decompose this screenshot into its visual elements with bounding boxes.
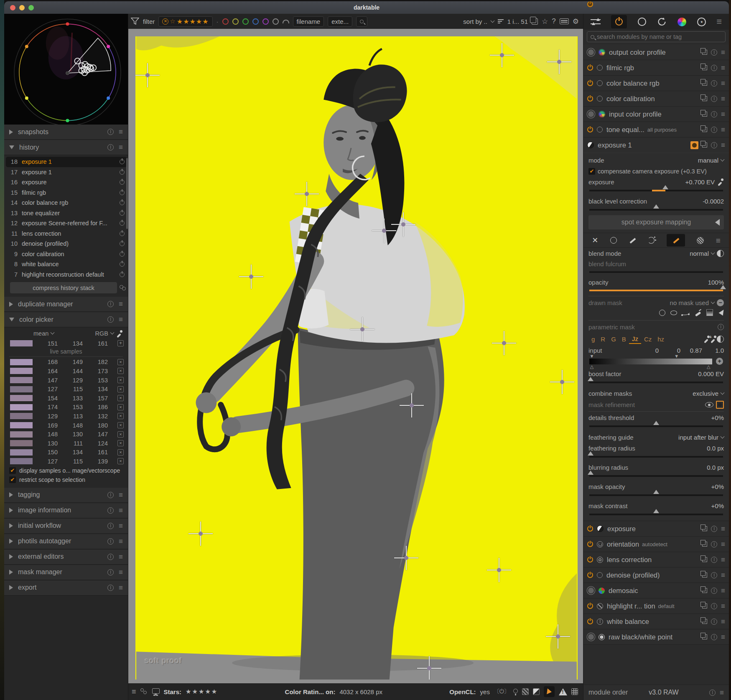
minimize-button[interactable]	[19, 5, 25, 10]
help-icon[interactable]: ?	[552, 17, 555, 25]
color-sample-crosshair[interactable]	[394, 546, 418, 570]
brush-shape-icon[interactable]	[695, 309, 701, 316]
group-color-icon[interactable]	[678, 18, 686, 26]
power-icon[interactable]	[120, 211, 125, 216]
opacity-slider[interactable]	[589, 288, 723, 293]
delete-sample-button[interactable]: ×	[117, 368, 124, 374]
reset-icon[interactable]	[711, 619, 717, 625]
presets-icon[interactable]: ≡	[721, 95, 725, 102]
presets-icon[interactable]: ≡	[119, 507, 123, 514]
blend-parametric-icon[interactable]	[648, 237, 655, 244]
stars-value[interactable]: ★★★★★	[186, 688, 218, 695]
reset-icon[interactable]	[711, 49, 717, 56]
power-icon[interactable]	[587, 526, 593, 532]
mask-active-icon[interactable]	[716, 401, 724, 409]
add-node-icon[interactable]: +	[716, 358, 723, 365]
reset-icon[interactable]	[107, 538, 114, 545]
color-sample-crosshair[interactable]	[492, 331, 516, 355]
power-icon[interactable]	[120, 252, 125, 257]
power-icon[interactable]	[120, 200, 125, 205]
power-icon[interactable]	[120, 159, 125, 164]
module-tone-equalizer[interactable]: tone equal... all purposes ≡	[583, 122, 729, 137]
create-style-icon[interactable]	[120, 285, 126, 291]
group-effects-icon[interactable]: ★	[697, 18, 706, 26]
module-search-input[interactable]	[597, 33, 722, 40]
channel-tab-Jz[interactable]: Jz	[629, 334, 641, 344]
module-color-balance-rgb[interactable]: color balance rgb ≡	[583, 76, 729, 91]
presets-icon[interactable]: ≡	[721, 618, 725, 625]
power-icon[interactable]	[120, 170, 125, 175]
live-sample-row[interactable]: 164144173×	[4, 367, 128, 376]
power-icon[interactable]	[587, 541, 593, 547]
photils-autotagger-header[interactable]: photils autotagger≡	[4, 534, 128, 550]
iso12646-icon[interactable]: 〔⏻〕	[494, 688, 509, 695]
color-label-green-icon[interactable]	[242, 18, 249, 25]
module-orientation[interactable]: orientation autodetect ≡	[583, 537, 729, 552]
star-rating[interactable]: ★★★★★	[177, 18, 209, 25]
live-sample-row[interactable]: 168149182×	[4, 358, 128, 367]
reset-icon[interactable]	[107, 523, 114, 529]
history-item[interactable]: 8white balance	[6, 259, 127, 270]
reset-icon[interactable]	[711, 127, 717, 133]
history-item[interactable]: 17exposure 1	[6, 167, 127, 178]
color-picker-header[interactable]: color picker ≡	[4, 312, 128, 328]
slider-handle[interactable]	[653, 490, 659, 494]
history-item[interactable]: 13tone equalizer	[6, 208, 127, 219]
presets-icon[interactable]: ≡	[119, 522, 123, 529]
presets-icon[interactable]: ≡	[119, 144, 123, 151]
clipping-icon[interactable]	[533, 688, 540, 695]
color-sample-crosshair[interactable]	[239, 265, 263, 289]
presets-icon[interactable]: ≡	[721, 634, 725, 641]
search-filter[interactable]	[356, 16, 367, 27]
history-item[interactable]: 16exposure	[6, 177, 127, 188]
presets-icon[interactable]: ≡	[721, 587, 725, 594]
reset-icon[interactable]	[107, 492, 114, 498]
slider-marker[interactable]: △	[707, 364, 710, 369]
multi-instance-icon[interactable]	[702, 526, 707, 531]
guides-grid-icon[interactable]	[571, 688, 578, 695]
display-samples-checkbox-row[interactable]: ✔ display samples o... mage/vectorscope	[4, 466, 128, 475]
channel-tab-R[interactable]: R	[598, 335, 608, 344]
color-sample-crosshair[interactable]	[295, 182, 319, 206]
checkbox-checked-icon[interactable]: ✔	[9, 476, 16, 483]
delete-sample-button[interactable]: ×	[117, 359, 124, 365]
module-highlight-reconstruction[interactable]: highlight r... tion default ≡	[583, 598, 729, 614]
live-sample-row[interactable]: 147129153×	[4, 376, 128, 385]
history-item[interactable]: 9color calibration	[6, 249, 127, 260]
power-icon[interactable]	[120, 262, 125, 267]
presets-icon[interactable]: ≡	[721, 556, 725, 563]
vectorscope[interactable]	[4, 14, 128, 125]
color-label-purple-icon[interactable]	[262, 18, 269, 25]
module-exposure-1-header[interactable]: exposure 1 ≡	[583, 137, 729, 153]
eyedropper-icon[interactable]	[116, 330, 123, 337]
gamut-warning-icon[interactable]	[559, 688, 567, 695]
module-search[interactable]	[587, 31, 726, 42]
slider-handle[interactable]	[588, 377, 593, 381]
module-filmic-rgb[interactable]: filmic rgb ≡	[583, 60, 729, 76]
channel-tab-g[interactable]: g	[588, 335, 598, 344]
multi-instance-icon[interactable]	[702, 619, 707, 624]
overlays-menu-icon[interactable]: ≡	[132, 687, 136, 696]
reset-icon[interactable]	[711, 80, 717, 87]
multi-instance-icon[interactable]	[702, 557, 707, 562]
multi-instance-icon[interactable]	[702, 542, 707, 547]
module-input-color-profile[interactable]: input color profile ≡	[583, 107, 729, 122]
color-sample-crosshair[interactable]	[135, 63, 160, 87]
multi-instance-icon[interactable]	[702, 65, 707, 70]
filename-filter[interactable]: filename	[293, 16, 324, 27]
delete-sample-button[interactable]: ×	[117, 404, 124, 410]
drawn-mask-select[interactable]: no mask used	[670, 299, 709, 306]
presets-icon[interactable]: ≡	[119, 316, 123, 323]
blend-order-icon[interactable]	[717, 250, 724, 257]
multi-instance-icon[interactable]	[702, 81, 707, 86]
reset-icon[interactable]	[711, 96, 717, 102]
mode-select[interactable]: manual	[698, 157, 718, 164]
live-sample-row[interactable]: 127115139×	[4, 457, 128, 466]
reset-icon[interactable]	[107, 585, 114, 591]
presets-icon[interactable]: ≡	[119, 553, 123, 560]
external-editors-header[interactable]: external editors≡	[4, 550, 128, 565]
picker-statistic-select[interactable]: mean	[33, 330, 48, 337]
gear-icon[interactable]: ⚙	[573, 17, 579, 26]
delete-sample-button[interactable]: ×	[117, 386, 124, 392]
module-color-calibration[interactable]: color calibration ≡	[583, 91, 729, 107]
